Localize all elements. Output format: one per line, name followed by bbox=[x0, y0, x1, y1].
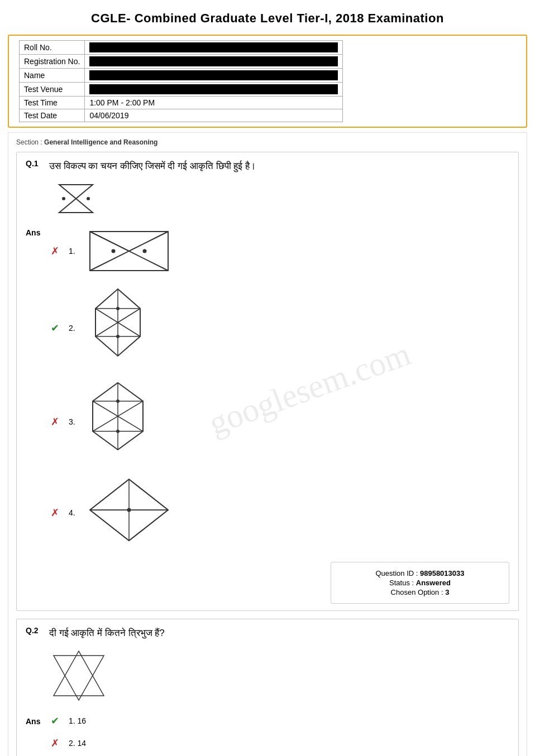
info-table: Roll No. Registration No. Name Test Venu… bbox=[19, 40, 343, 122]
q1-figure bbox=[48, 179, 509, 220]
q2-number: Q.2 bbox=[26, 626, 44, 635]
q1-number: Q.1 bbox=[26, 159, 44, 168]
q1-options-list: ✗ 1. ✔ bbox=[51, 226, 174, 552]
q1-text: उस विकल्प का चयन कीजिए जिसमें दी गई आकृत… bbox=[49, 159, 256, 174]
q2-text: दी गई आकृति में कितने त्रिभुज हैं? bbox=[49, 626, 165, 641]
time-value: 1:00 PM - 2:00 PM bbox=[85, 97, 343, 109]
svg-point-1 bbox=[62, 197, 65, 200]
table-row: Name bbox=[20, 69, 343, 83]
q1-opt1-num: 1. bbox=[69, 247, 79, 256]
svg-point-9 bbox=[143, 249, 147, 253]
q1-opt4-icon: ✗ bbox=[51, 507, 63, 519]
q2-figure bbox=[48, 646, 509, 709]
reg-no-value bbox=[85, 55, 343, 69]
status-value: Answered bbox=[416, 579, 451, 587]
q1-opt4-num: 4. bbox=[69, 508, 79, 517]
chosen-option-value: 3 bbox=[445, 588, 449, 596]
section-name: General Intelligence and Reasoning bbox=[44, 138, 157, 146]
ans-label-1: Ans bbox=[26, 226, 45, 237]
name-value bbox=[85, 69, 343, 83]
venue-value bbox=[85, 83, 343, 97]
table-row: Test Date 04/06/2019 bbox=[20, 109, 343, 122]
date-value: 04/06/2019 bbox=[85, 109, 343, 122]
q1-option-4: ✗ 4. bbox=[51, 474, 174, 552]
roll-no-value bbox=[85, 41, 343, 55]
svg-line-31 bbox=[90, 479, 129, 510]
svg-point-17 bbox=[116, 335, 120, 338]
question-id-value: 98958013033 bbox=[420, 569, 465, 577]
q1-option-3: ✗ 3. bbox=[51, 380, 174, 464]
main-title: CGLE- Combined Graduate Level Tier-I, 20… bbox=[6, 6, 529, 30]
q2-answers: Ans ✔ 1. 16 ✗ 2. 14 ✗ 3. 18 bbox=[26, 715, 509, 756]
q2-opt1-num: 1. 16 bbox=[69, 716, 86, 725]
date-label: Test Date bbox=[20, 109, 85, 122]
svg-line-6 bbox=[90, 232, 129, 251]
svg-point-8 bbox=[112, 249, 116, 253]
q1-opt1-icon: ✗ bbox=[51, 245, 63, 257]
svg-point-34 bbox=[127, 508, 131, 512]
svg-marker-35 bbox=[54, 651, 104, 696]
svg-point-25 bbox=[116, 430, 120, 433]
q2-options-list: ✔ 1. 16 ✗ 2. 14 ✗ 3. 18 bbox=[51, 715, 86, 756]
svg-line-7 bbox=[129, 232, 168, 251]
svg-line-33 bbox=[129, 510, 168, 541]
q1-answers: Ans ✗ 1. bbox=[26, 226, 509, 552]
q2-option-2: ✗ 2. 14 bbox=[51, 737, 86, 749]
svg-point-24 bbox=[116, 399, 120, 403]
svg-point-16 bbox=[116, 307, 120, 310]
svg-point-2 bbox=[87, 197, 90, 200]
q2-opt2-num: 2. 14 bbox=[69, 739, 86, 748]
question-1: googlesem.com Q.1 उस विकल्प का चयन कीजिए… bbox=[16, 152, 519, 611]
q1-option-1: ✗ 1. bbox=[51, 226, 174, 276]
section-label: Section : bbox=[16, 138, 42, 146]
question-id-box: Question ID : 98958013033 Status : Answe… bbox=[331, 562, 509, 604]
ans-label-2: Ans bbox=[26, 715, 45, 726]
q2-option-1: ✔ 1. 16 bbox=[51, 715, 86, 727]
q1-opt2-num: 2. bbox=[69, 324, 79, 333]
q2-opt2-icon: ✗ bbox=[51, 737, 63, 749]
status-row: Status : Answered bbox=[342, 579, 498, 587]
chosen-option-row: Chosen Option : 3 bbox=[342, 588, 498, 596]
reg-no-label: Registration No. bbox=[20, 55, 85, 69]
table-row: Roll No. bbox=[20, 41, 343, 55]
qid-row: Question ID : 98958013033 bbox=[342, 569, 498, 577]
roll-no-label: Roll No. bbox=[20, 41, 85, 55]
svg-line-30 bbox=[129, 479, 168, 510]
time-label: Test Time bbox=[20, 97, 85, 109]
q1-opt2-icon: ✔ bbox=[51, 322, 63, 334]
svg-marker-36 bbox=[54, 656, 104, 700]
table-row: Test Time 1:00 PM - 2:00 PM bbox=[20, 97, 343, 109]
q2-opt1-icon: ✔ bbox=[51, 715, 63, 727]
table-row: Registration No. bbox=[20, 55, 343, 69]
name-label: Name bbox=[20, 69, 85, 83]
venue-label: Test Venue bbox=[20, 83, 85, 97]
table-row: Test Venue bbox=[20, 83, 343, 97]
q1-option-2: ✔ 2. bbox=[51, 286, 174, 370]
section-header: Section : General Intelligence and Reaso… bbox=[16, 138, 519, 146]
q1-opt3-num: 3. bbox=[69, 417, 79, 426]
svg-line-32 bbox=[90, 510, 129, 541]
question-2: Q.2 दी गई आकृति में कितने त्रिभुज हैं? A… bbox=[16, 619, 519, 757]
q1-opt3-icon: ✗ bbox=[51, 416, 63, 428]
